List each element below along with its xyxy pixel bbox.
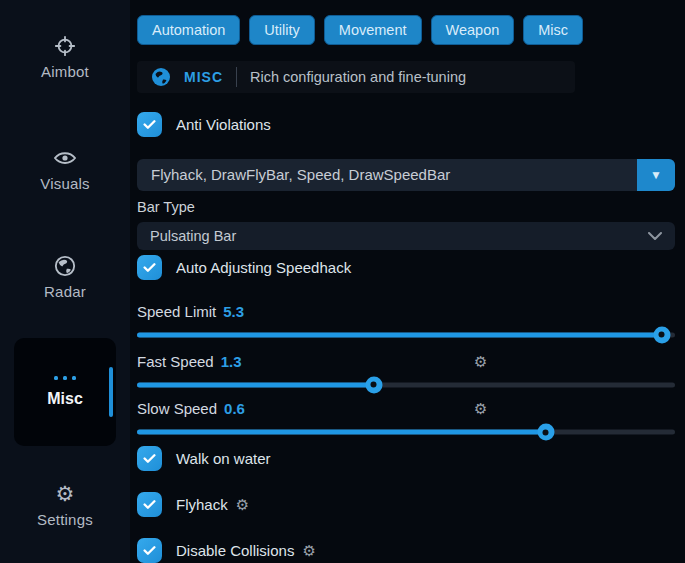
fast-speed-label: Fast Speed xyxy=(137,353,214,370)
active-indicator-bar xyxy=(109,367,113,417)
main-content: Automation Utility Movement Weapon Misc … xyxy=(130,0,685,563)
disable-collisions-label-text: Disable Collisions xyxy=(176,542,294,559)
slow-speed-label-row: Slow Speed 0.6 ⚙ xyxy=(137,400,675,417)
bar-type-value: Pulsating Bar xyxy=(150,228,236,244)
walk-on-water-label: Walk on water xyxy=(176,450,270,467)
sidebar-item-radar[interactable]: Radar xyxy=(44,254,86,300)
slow-speed-slider[interactable] xyxy=(137,425,675,439)
disable-collisions-checkbox[interactable] xyxy=(137,538,162,563)
flyhack-label: Flyhack ⚙ xyxy=(176,496,249,514)
sidebar-item-settings[interactable]: ⚙ Settings xyxy=(37,482,93,528)
crosshair-icon xyxy=(53,34,77,58)
slider-fill xyxy=(137,332,662,337)
sidebar-item-visuals[interactable]: Visuals xyxy=(40,146,89,192)
gear-icon: ⚙ xyxy=(53,482,77,506)
speed-limit-label-row: Speed Limit 5.3 xyxy=(137,303,675,320)
bar-type-select[interactable]: Pulsating Bar xyxy=(137,222,675,250)
ellipsis-icon xyxy=(54,376,76,380)
walk-on-water-row: Walk on water xyxy=(137,446,675,471)
flyhack-label-text: Flyhack xyxy=(176,496,228,513)
bar-multiselect-dropdown-button[interactable]: ▼ xyxy=(637,159,675,191)
slow-speed-label: Slow Speed xyxy=(137,400,217,417)
section-title: MISC xyxy=(184,69,223,85)
anti-violations-checkbox[interactable] xyxy=(137,112,162,137)
speed-limit-slider[interactable] xyxy=(137,328,675,342)
slider-fill xyxy=(137,430,546,435)
fast-speed-slider[interactable] xyxy=(137,378,675,392)
section-header: MISC Rich configuration and fine-tuning xyxy=(137,61,575,93)
tab-movement[interactable]: Movement xyxy=(324,15,422,45)
bar-multiselect-value: Flyhack, DrawFlyBar, Speed, DrawSpeedBar xyxy=(137,166,637,183)
globe-icon xyxy=(53,254,77,278)
walk-on-water-checkbox[interactable] xyxy=(137,446,162,471)
speed-limit-slider-handle[interactable] xyxy=(653,326,670,343)
sidebar-label-settings: Settings xyxy=(37,511,93,528)
flyhack-checkbox[interactable] xyxy=(137,492,162,517)
sidebar-label-radar: Radar xyxy=(44,283,86,300)
anti-violations-row: Anti Violations xyxy=(137,112,675,137)
divider xyxy=(236,67,237,87)
sidebar-label-visuals: Visuals xyxy=(40,175,89,192)
eye-icon xyxy=(53,146,77,170)
slow-speed-value: 0.6 xyxy=(224,400,245,417)
disable-collisions-row: Disable Collisions ⚙ xyxy=(137,538,675,563)
flyhack-row: Flyhack ⚙ xyxy=(137,492,675,517)
flyhack-gear-icon[interactable]: ⚙ xyxy=(236,496,249,514)
speed-limit-label: Speed Limit xyxy=(137,303,216,320)
fast-speed-label-row: Fast Speed 1.3 ⚙ xyxy=(137,353,675,370)
chevron-down-icon xyxy=(648,232,662,240)
fast-speed-value: 1.3 xyxy=(221,353,242,370)
cheat-menu-window: Aimbot Visuals Radar Mi xyxy=(0,0,685,563)
slider-fill xyxy=(137,382,374,387)
auto-adjusting-speedhack-label: Auto Adjusting Speedhack xyxy=(176,259,351,276)
tab-utility[interactable]: Utility xyxy=(249,15,314,45)
auto-adjusting-speedhack-checkbox[interactable] xyxy=(137,255,162,280)
section-subtitle: Rich configuration and fine-tuning xyxy=(250,69,466,85)
sidebar-label-aimbot: Aimbot xyxy=(41,63,89,80)
bar-type-label: Bar Type xyxy=(137,199,675,215)
speed-limit-value: 5.3 xyxy=(223,303,244,320)
fast-speed-gear-icon[interactable]: ⚙ xyxy=(474,353,487,371)
auto-adjusting-speedhack-row: Auto Adjusting Speedhack xyxy=(137,255,675,280)
globe-icon xyxy=(151,67,171,87)
slow-speed-gear-icon[interactable]: ⚙ xyxy=(474,400,487,418)
fast-speed-slider-handle[interactable] xyxy=(365,376,382,393)
sidebar-label-misc: Misc xyxy=(47,390,83,408)
tab-weapon[interactable]: Weapon xyxy=(431,15,515,45)
category-tabs: Automation Utility Movement Weapon Misc xyxy=(137,15,675,45)
tab-automation[interactable]: Automation xyxy=(137,15,240,45)
sidebar-item-aimbot[interactable]: Aimbot xyxy=(41,34,89,80)
slow-speed-slider-handle[interactable] xyxy=(537,424,554,441)
disable-collisions-gear-icon[interactable]: ⚙ xyxy=(302,542,315,560)
tab-misc[interactable]: Misc xyxy=(523,15,583,45)
disable-collisions-label: Disable Collisions ⚙ xyxy=(176,542,316,560)
anti-violations-label: Anti Violations xyxy=(176,116,271,133)
sidebar-item-misc-selected[interactable]: Misc xyxy=(14,338,116,446)
triangle-down-icon: ▼ xyxy=(650,168,662,182)
sidebar: Aimbot Visuals Radar Mi xyxy=(0,0,130,563)
bar-multiselect[interactable]: Flyhack, DrawFlyBar, Speed, DrawSpeedBar… xyxy=(137,159,675,191)
